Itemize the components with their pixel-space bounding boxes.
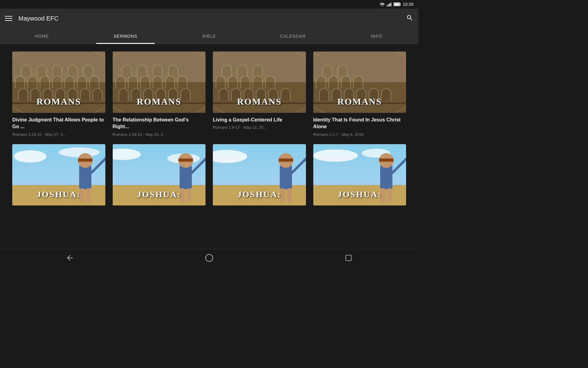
sermon-title-1: Divine Judgment That Allows People to Go… bbox=[12, 117, 105, 130]
recents-square-icon bbox=[345, 254, 352, 262]
sermon-meta-1: Romans 1:24-32 - May 27, 2... bbox=[12, 132, 105, 137]
sermon-title-2: The Relationship Between God's Right... bbox=[113, 117, 206, 130]
sermon-info-5 bbox=[12, 205, 105, 209]
svg-rect-59 bbox=[380, 164, 392, 189]
sermon-card-1[interactable]: ROMANS Divine Judgment That Allows Peopl… bbox=[12, 52, 105, 137]
svg-rect-0 bbox=[387, 5, 388, 6]
tab-home[interactable]: HOME bbox=[0, 28, 84, 44]
svg-rect-2 bbox=[389, 3, 390, 6]
back-icon bbox=[66, 254, 74, 262]
sermon-series-5: JOSHUA: bbox=[12, 190, 105, 199]
sermon-info-2: The Relationship Between God's Right... … bbox=[113, 113, 206, 137]
tab-info[interactable]: INFO bbox=[335, 28, 418, 44]
status-icons: 10:26 bbox=[379, 2, 413, 7]
sermon-thumbnail-6: JOSHUA: bbox=[113, 144, 206, 205]
svg-rect-67 bbox=[346, 255, 351, 261]
nav-tabs: HOME SERMONS BIBLE CALENDAR INFO bbox=[0, 28, 418, 44]
svg-point-66 bbox=[205, 254, 213, 261]
sermon-title-3: Living a Gospel-Centered Life bbox=[213, 117, 306, 123]
sermon-info-4: Identity That Is Found In Jesus Christ A… bbox=[313, 113, 406, 137]
sermon-card-2[interactable]: ROMANS The Relationship Between God's Ri… bbox=[113, 52, 206, 137]
sermon-info-1: Divine Judgment That Allows People to Go… bbox=[12, 113, 105, 137]
sermon-series-4: ROMANS bbox=[313, 96, 406, 107]
battery-icon bbox=[394, 2, 401, 6]
wifi-icon bbox=[379, 2, 385, 6]
home-circle-icon bbox=[205, 254, 213, 262]
svg-rect-1 bbox=[388, 4, 389, 6]
status-time: 10:26 bbox=[403, 2, 413, 7]
back-button[interactable] bbox=[63, 251, 77, 265]
svg-point-24 bbox=[14, 150, 47, 163]
sermon-series-7: JOSHUA: bbox=[213, 190, 306, 199]
sermon-info-3: Living a Gospel-Centered Life Romans 1:8… bbox=[213, 113, 306, 130]
sermon-meta-3: Romans 1:8-17 - May 13, 20... bbox=[213, 125, 306, 130]
svg-rect-48 bbox=[280, 164, 292, 189]
signal-icon bbox=[387, 2, 392, 6]
tab-sermons[interactable]: SERMONS bbox=[84, 28, 167, 44]
svg-rect-61 bbox=[379, 158, 394, 162]
sermon-thumbnail-4: ROMANS bbox=[313, 52, 406, 113]
svg-rect-50 bbox=[278, 158, 293, 162]
sermon-thumbnail-5: JOSHUA: bbox=[12, 144, 105, 205]
main-content: ROMANS Divine Judgment That Allows Peopl… bbox=[0, 44, 418, 249]
sermon-thumbnail-1: ROMANS bbox=[12, 52, 105, 113]
sermon-series-2: ROMANS bbox=[113, 96, 206, 107]
search-icon bbox=[406, 14, 413, 21]
sermon-thumbnail-2: ROMANS bbox=[113, 52, 206, 113]
sermon-title-4: Identity That Is Found In Jesus Christ A… bbox=[313, 117, 406, 130]
bottom-nav bbox=[0, 249, 418, 266]
svg-point-25 bbox=[59, 147, 100, 157]
search-button[interactable] bbox=[406, 14, 413, 23]
home-button[interactable] bbox=[202, 251, 216, 265]
svg-rect-38 bbox=[179, 164, 192, 189]
sermon-card-5[interactable]: JOSHUA: bbox=[12, 144, 105, 211]
app-title: Maywood EFC bbox=[18, 15, 58, 22]
tab-bible[interactable]: BIBLE bbox=[167, 28, 251, 44]
sermon-card-4[interactable]: ROMANS Identity That Is Found In Jesus C… bbox=[313, 52, 406, 137]
svg-rect-29 bbox=[78, 158, 92, 162]
svg-rect-6 bbox=[394, 3, 399, 6]
svg-rect-27 bbox=[79, 164, 91, 189]
sermon-meta-2: Romans 1:18-23 - May 20, 2... bbox=[113, 132, 206, 137]
sermon-thumbnail-8: JOSHUA: bbox=[313, 144, 406, 205]
sermon-info-7 bbox=[213, 205, 306, 209]
sermon-card-3[interactable]: ROMANS Living a Gospel-Centered Life Rom… bbox=[213, 52, 306, 137]
svg-rect-40 bbox=[178, 158, 193, 162]
sermon-meta-4: Romans 1:1-7 - May 6, 2018 bbox=[313, 132, 406, 137]
app-bar: Maywood EFC bbox=[0, 9, 418, 28]
tab-calendar[interactable]: CALENDAR bbox=[251, 28, 335, 44]
sermon-card-7[interactable]: JOSHUA: bbox=[213, 144, 306, 211]
sermon-series-3: ROMANS bbox=[213, 96, 306, 107]
sermon-series-8: JOSHUA: bbox=[313, 190, 406, 199]
sermon-thumbnail-7: JOSHUA: bbox=[213, 144, 306, 205]
sermon-info-6 bbox=[113, 205, 206, 209]
sermon-series-1: ROMANS bbox=[12, 96, 105, 107]
hamburger-menu-button[interactable] bbox=[5, 16, 12, 21]
svg-point-56 bbox=[313, 149, 358, 162]
sermon-info-8 bbox=[313, 205, 406, 209]
sermon-thumbnail-3: ROMANS bbox=[213, 52, 306, 113]
recents-button[interactable] bbox=[342, 251, 355, 265]
sermon-grid: ROMANS Divine Judgment That Allows Peopl… bbox=[12, 52, 406, 211]
sermon-series-6: JOSHUA: bbox=[113, 190, 206, 199]
svg-rect-5 bbox=[400, 3, 401, 5]
sermon-card-6[interactable]: JOSHUA: bbox=[113, 144, 206, 211]
svg-rect-3 bbox=[390, 3, 391, 6]
sermon-card-8[interactable]: JOSHUA: bbox=[313, 144, 406, 211]
status-bar: 10:26 bbox=[0, 0, 418, 9]
app-bar-left: Maywood EFC bbox=[5, 15, 58, 22]
